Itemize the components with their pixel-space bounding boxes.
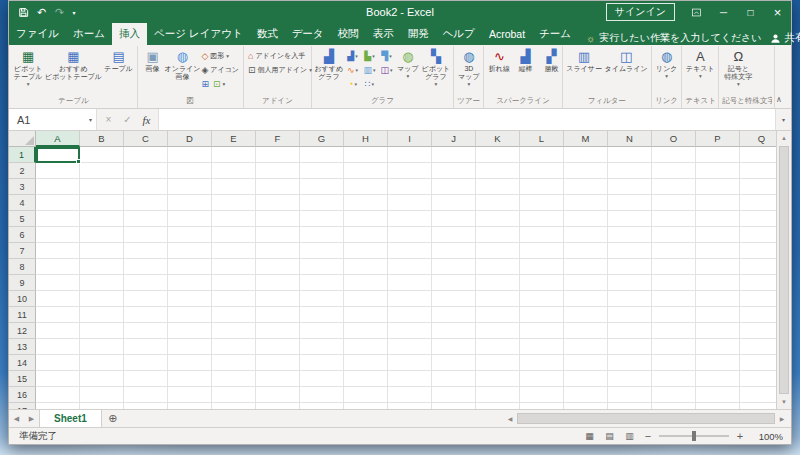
cell-I8[interactable] — [388, 259, 432, 275]
cell-N5[interactable] — [608, 211, 652, 227]
cell-K2[interactable] — [476, 163, 520, 179]
cell-J8[interactable] — [432, 259, 476, 275]
cell-A14[interactable] — [36, 355, 80, 371]
cell-D3[interactable] — [168, 179, 212, 195]
tab-data[interactable]: データ — [285, 23, 331, 45]
select-all-button[interactable] — [9, 131, 36, 147]
cell-D1[interactable] — [168, 147, 212, 163]
cell-N4[interactable] — [608, 195, 652, 211]
cell-B11[interactable] — [80, 307, 124, 323]
pictures-button[interactable]: ▣画像 — [140, 47, 166, 96]
cell-A3[interactable] — [36, 179, 80, 195]
cell-G4[interactable] — [300, 195, 344, 211]
cell-D2[interactable] — [168, 163, 212, 179]
cell-Q13[interactable] — [740, 339, 776, 355]
tab-insert[interactable]: 挿入 — [112, 23, 147, 45]
cell-I1[interactable] — [388, 147, 432, 163]
cell-D11[interactable] — [168, 307, 212, 323]
cell-N13[interactable] — [608, 339, 652, 355]
cell-H4[interactable] — [344, 195, 388, 211]
cell-L11[interactable] — [520, 307, 564, 323]
column-header-J[interactable]: J — [432, 131, 476, 147]
next-sheet-button[interactable]: ▶ — [24, 410, 39, 427]
cell-M4[interactable] — [564, 195, 608, 211]
cell-M12[interactable] — [564, 323, 608, 339]
cell-P7[interactable] — [696, 243, 740, 259]
cell-J16[interactable] — [432, 387, 476, 403]
cell-I12[interactable] — [388, 323, 432, 339]
cell-C8[interactable] — [124, 259, 168, 275]
cell-B1[interactable] — [80, 147, 124, 163]
winloss-sparkline-button[interactable]: ▞勝敗 — [538, 47, 564, 96]
tab-formulas[interactable]: 数式 — [250, 23, 285, 45]
cell-H16[interactable] — [344, 387, 388, 403]
cell-P4[interactable] — [696, 195, 740, 211]
cell-H12[interactable] — [344, 323, 388, 339]
cell-H3[interactable] — [344, 179, 388, 195]
cell-Q1[interactable] — [740, 147, 776, 163]
cell-F16[interactable] — [256, 387, 300, 403]
cell-Q15[interactable] — [740, 371, 776, 387]
cell-K13[interactable] — [476, 339, 520, 355]
cell-K3[interactable] — [476, 179, 520, 195]
pivottable-button[interactable]: ▦ピボットテーブル▾ — [12, 47, 44, 96]
cell-I2[interactable] — [388, 163, 432, 179]
column-sparkline-button[interactable]: ▟縦棒 — [512, 47, 538, 96]
cell-M1[interactable] — [564, 147, 608, 163]
cell-F13[interactable] — [256, 339, 300, 355]
cell-B6[interactable] — [80, 227, 124, 243]
zoom-slider-thumb[interactable] — [692, 431, 696, 441]
cell-C14[interactable] — [124, 355, 168, 371]
screenshot-button[interactable]: ⊡▾ — [211, 77, 227, 91]
cell-A12[interactable] — [36, 323, 80, 339]
row-header-1[interactable]: 1 — [9, 147, 36, 163]
cell-H14[interactable] — [344, 355, 388, 371]
cell-K1[interactable] — [476, 147, 520, 163]
cell-J6[interactable] — [432, 227, 476, 243]
column-header-D[interactable]: D — [168, 131, 212, 147]
cell-K5[interactable] — [476, 211, 520, 227]
cell-F1[interactable] — [256, 147, 300, 163]
row-header-2[interactable]: 2 — [9, 163, 36, 179]
scatter-chart-button[interactable]: ∷▾ — [361, 77, 378, 91]
row-header-12[interactable]: 12 — [9, 323, 36, 339]
cell-J4[interactable] — [432, 195, 476, 211]
page-break-preview-button[interactable]: ▥ — [620, 429, 639, 443]
cell-E12[interactable] — [212, 323, 256, 339]
cell-Q12[interactable] — [740, 323, 776, 339]
scroll-down-button[interactable]: ▼ — [777, 395, 791, 409]
cell-G5[interactable] — [300, 211, 344, 227]
cell-J1[interactable] — [432, 147, 476, 163]
cell-J15[interactable] — [432, 371, 476, 387]
column-header-A[interactable]: A — [36, 131, 80, 147]
save-button[interactable] — [15, 1, 32, 23]
cell-A2[interactable] — [36, 163, 80, 179]
cell-D16[interactable] — [168, 387, 212, 403]
column-header-Q[interactable]: Q — [740, 131, 776, 147]
cell-P16[interactable] — [696, 387, 740, 403]
cell-B2[interactable] — [80, 163, 124, 179]
cell-E10[interactable] — [212, 291, 256, 307]
column-header-G[interactable]: G — [300, 131, 344, 147]
cell-C12[interactable] — [124, 323, 168, 339]
cell-O1[interactable] — [652, 147, 696, 163]
cell-E2[interactable] — [212, 163, 256, 179]
cell-C10[interactable] — [124, 291, 168, 307]
column-header-C[interactable]: C — [124, 131, 168, 147]
zoom-in-button[interactable]: + — [732, 430, 748, 442]
cell-B3[interactable] — [80, 179, 124, 195]
row-header-7[interactable]: 7 — [9, 243, 36, 259]
collapse-ribbon-button[interactable]: ∧ — [772, 93, 786, 105]
3d-map-button[interactable]: ◍3Dマップ▾ — [456, 47, 482, 96]
cell-N10[interactable] — [608, 291, 652, 307]
cell-M2[interactable] — [564, 163, 608, 179]
column-header-F[interactable]: F — [256, 131, 300, 147]
cell-P13[interactable] — [696, 339, 740, 355]
tab-page-layout[interactable]: ページ レイアウト — [147, 23, 250, 45]
cell-L8[interactable] — [520, 259, 564, 275]
cell-K6[interactable] — [476, 227, 520, 243]
cell-I6[interactable] — [388, 227, 432, 243]
zoom-slider[interactable] — [659, 435, 729, 437]
maximize-button[interactable]: □ — [737, 1, 764, 23]
cell-Q7[interactable] — [740, 243, 776, 259]
